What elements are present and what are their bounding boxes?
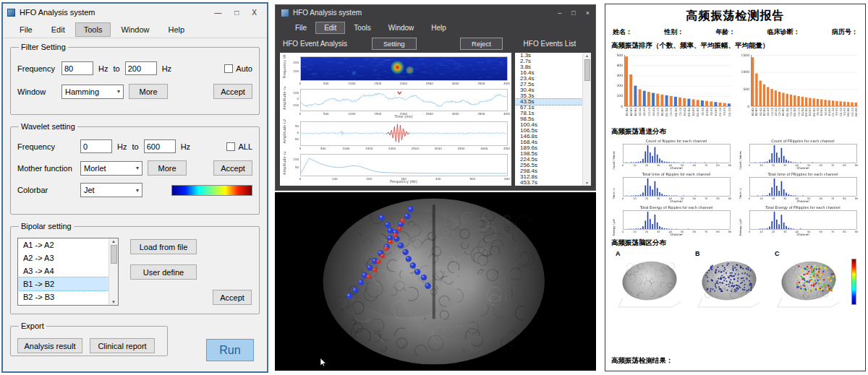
menu-item-help[interactable]: Help xyxy=(161,23,193,36)
wavelet-accept-button[interactable]: Accept xyxy=(213,160,252,176)
minimize-button[interactable]: — xyxy=(208,8,227,17)
export-label: Export xyxy=(19,322,46,330)
section-channel-title: 高频振荡通道分布 xyxy=(611,127,859,137)
load-from-file-button[interactable]: Load from file xyxy=(130,239,197,254)
setting-button[interactable]: Setting xyxy=(372,38,417,50)
bipolar-channel-list[interactable]: A1 -> A2A2 -> A3A3 -> A4B1 -> B2B2 -> B3… xyxy=(17,238,119,306)
menu-item-file[interactable]: File xyxy=(12,23,41,36)
viewer-maximize-button[interactable]: □ xyxy=(571,9,575,17)
viewer-menu-item-tools[interactable]: Tools xyxy=(346,22,378,33)
settings-window: HFO Analysis system — □ X FileEditToolsW… xyxy=(1,2,268,373)
viewer-window-title: HFO Analysis system xyxy=(293,9,362,17)
bipolar-channel-option[interactable]: A1 -> A2 xyxy=(18,238,109,251)
patient-record-label: 病历号： xyxy=(832,27,858,37)
scroll-down-icon[interactable]: ▼ xyxy=(585,181,589,185)
run-button[interactable]: Run xyxy=(206,339,254,361)
scrollbar-thumb[interactable] xyxy=(584,59,590,81)
window-function-dropdown[interactable]: Hamming ▾ xyxy=(61,85,124,99)
viewer-menu-item-help[interactable]: Help xyxy=(423,22,454,33)
brain-a-label: A xyxy=(616,250,686,257)
clinical-report-button[interactable]: Clinical report xyxy=(90,338,155,353)
scroll-up-icon[interactable]: ▲ xyxy=(111,239,116,243)
mother-function-value: Morlet xyxy=(84,164,106,173)
report-title: 高频振荡检测报告 xyxy=(611,9,859,24)
filter-more-button[interactable]: More xyxy=(129,84,168,99)
ripple-energy-histogram xyxy=(611,204,733,236)
viewer-menu-item-edit[interactable]: Edit xyxy=(316,22,344,33)
plot-panel xyxy=(280,53,511,186)
auto-checkbox-label: Auto xyxy=(236,64,252,73)
brain-c-label: C xyxy=(775,250,846,257)
events-scrollbar[interactable]: ▲ ▼ xyxy=(582,53,591,186)
fripple-count-histogram xyxy=(738,138,859,170)
menu-item-window[interactable]: Window xyxy=(113,23,157,36)
to-label: to xyxy=(132,142,138,151)
menu-item-edit[interactable]: Edit xyxy=(43,23,73,36)
events-list-label: HFO Events List xyxy=(511,40,588,48)
close-button[interactable]: X xyxy=(246,8,263,17)
mother-function-label: Mother function xyxy=(17,164,75,173)
viewer-body: 1.3s2.7s3.8s16.4s23.4s27.5s30.4s35.3s43.… xyxy=(276,52,595,190)
menu-item-tools[interactable]: Tools xyxy=(76,23,111,36)
event-analysis-label: HFO Event Analysis xyxy=(283,40,347,48)
wavelet-freq-to-input[interactable] xyxy=(144,139,176,153)
viewer-menu-item-file[interactable]: File xyxy=(287,22,315,33)
scrollbar-thumb[interactable] xyxy=(111,245,117,264)
viewer-minimize-button[interactable]: – xyxy=(558,9,561,17)
ranking-bar-chart-right xyxy=(738,51,859,125)
bipolar-channel-option[interactable]: A2 -> A3 xyxy=(18,251,109,264)
bipolar-scrollbar[interactable]: ▲▼ xyxy=(109,238,118,305)
scroll-down-icon[interactable]: ▼ xyxy=(111,300,116,304)
filter-freq-to-input[interactable] xyxy=(125,61,157,75)
ranking-charts-row xyxy=(611,51,859,125)
wavelet-frequency-label: Frequency xyxy=(17,142,75,151)
spectrogram-plot xyxy=(281,54,510,87)
wavelet-setting-label: Wavelet setting xyxy=(19,122,77,131)
brain-region-row: A B C xyxy=(611,250,859,311)
filter-accept-button[interactable]: Accept xyxy=(213,84,252,99)
user-define-button[interactable]: User define xyxy=(130,264,197,280)
colorbar-value: Jet xyxy=(84,186,95,194)
wavelet-more-button[interactable]: More xyxy=(148,160,187,176)
viewer-menu-item-window[interactable]: Window xyxy=(380,22,422,33)
checkbox-box-icon xyxy=(224,64,233,73)
hz-label: Hz xyxy=(117,142,127,151)
chevron-down-icon: ▾ xyxy=(117,88,120,95)
analysis-result-button[interactable]: Analysis result xyxy=(17,338,82,353)
hz-label: Hz xyxy=(162,64,171,73)
scroll-up-icon[interactable]: ▲ xyxy=(585,53,589,58)
filter-freq-from-input[interactable] xyxy=(61,61,93,75)
hfo-burst-plot xyxy=(281,119,510,152)
bipolar-channel-option[interactable]: B2 -> B3 xyxy=(18,290,109,303)
section-result-title: 高频振荡检测结果： xyxy=(611,356,859,366)
filtered-signal-plot xyxy=(281,87,510,119)
bipolar-channel-option[interactable]: B1 -> B2 xyxy=(18,277,109,290)
brain-3d-view[interactable] xyxy=(275,192,596,371)
filter-setting-label: Filter Setting xyxy=(19,43,68,51)
wavelet-freq-from-input[interactable] xyxy=(80,139,112,153)
hz-label: Hz xyxy=(98,64,108,73)
viewer-close-button[interactable]: × xyxy=(586,9,590,17)
hfo-event-item[interactable]: 453.7s xyxy=(515,180,582,186)
to-label: to xyxy=(113,64,119,73)
patient-age-label: 年龄： xyxy=(716,27,736,37)
brain-region-b: B xyxy=(692,250,766,311)
auto-checkbox[interactable]: Auto xyxy=(224,64,252,73)
all-checkbox[interactable]: ALL xyxy=(226,142,252,151)
colorbar-dropdown[interactable]: Jet ▾ xyxy=(80,183,142,197)
settings-body: Filter Setting Frequency Hz to Hz Auto W… xyxy=(3,38,267,371)
bipolar-accept-button[interactable]: Accept xyxy=(213,290,252,305)
hfo-events-list[interactable]: 1.3s2.7s3.8s16.4s23.4s27.5s30.4s35.3s43.… xyxy=(515,53,582,186)
settings-menubar: FileEditToolsWindowHelp xyxy=(3,21,267,38)
screenshot-root: HFO Analysis system — □ X FileEditToolsW… xyxy=(0,0,868,375)
brain-3d-panel xyxy=(275,192,596,371)
filter-setting-group: Filter Setting Frequency Hz to Hz Auto W… xyxy=(10,43,260,115)
export-group: Export Analysis result Clinical report xyxy=(10,322,168,356)
brain-c-thumbnail xyxy=(772,257,846,311)
maximize-button[interactable]: □ xyxy=(229,8,244,17)
mother-function-dropdown[interactable]: Morlet ▾ xyxy=(80,161,142,176)
fripple-time-histogram xyxy=(738,171,859,203)
reject-button[interactable]: Reject xyxy=(460,38,503,50)
bipolar-channel-option[interactable]: A3 -> A4 xyxy=(18,264,109,277)
hz-label: Hz xyxy=(181,142,190,151)
